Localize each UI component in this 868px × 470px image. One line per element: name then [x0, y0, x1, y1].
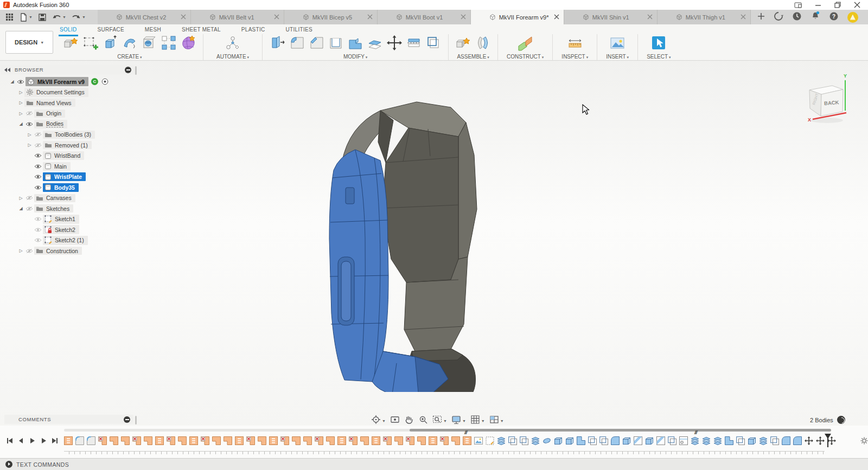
visibility-toggle[interactable]	[24, 195, 34, 201]
collapse-arrow-icon[interactable]: ▷	[17, 248, 24, 253]
timeline-feature-pattern[interactable]	[372, 436, 380, 445]
timeline-feature-delete[interactable]	[98, 436, 107, 445]
assemble-component-button[interactable]	[454, 35, 473, 53]
timeline-feature-combine[interactable]	[725, 436, 733, 445]
timeline-feature-copy[interactable]	[736, 436, 745, 445]
file-menu-button[interactable]: ▼	[19, 13, 33, 22]
automate-button[interactable]	[224, 35, 242, 53]
tree-item-label[interactable]: Sketch2	[55, 227, 75, 233]
play-button[interactable]	[27, 436, 37, 446]
timeline-feature-chamfer[interactable]	[656, 436, 665, 445]
timeline-feature-moveface[interactable]	[224, 436, 232, 445]
timeline-feature-extrude[interactable]	[554, 436, 563, 445]
timeline-feature-copy[interactable]	[599, 436, 608, 445]
visibility-toggle[interactable]	[33, 227, 43, 233]
timeline-feature-moveface[interactable]	[417, 436, 426, 445]
user-avatar[interactable]	[847, 12, 858, 23]
timeline-feature-copy[interactable]	[770, 436, 779, 445]
visibility-toggle[interactable]	[33, 132, 43, 137]
visibility-toggle[interactable]	[33, 237, 43, 243]
timeline-feature-sketch[interactable]	[486, 436, 494, 445]
timeline-feature-extrude[interactable]	[645, 436, 654, 445]
tree-item-label[interactable]: Named Views	[36, 100, 72, 106]
visibility-toggle[interactable]	[33, 185, 43, 190]
open-on-web-icon[interactable]	[794, 2, 802, 9]
pan-button[interactable]	[404, 415, 414, 427]
timeline-feature-moveface[interactable]	[292, 436, 301, 445]
timeline-feature-canvas[interactable]	[474, 436, 483, 445]
timeline-scroll-thumb[interactable]	[410, 429, 831, 432]
go-to-end-button[interactable]	[50, 436, 60, 446]
browser-tree-row[interactable]: Sketch2 (1)	[1, 235, 135, 246]
tree-item-label[interactable]: WristBand	[54, 152, 80, 159]
ribbon-group-label[interactable]: AUTOMATE	[216, 54, 249, 60]
timeline-feature-slice[interactable]	[542, 436, 551, 445]
expand-arrow-icon[interactable]: ◢	[9, 79, 16, 84]
timeline-feature-combine[interactable]	[577, 436, 585, 445]
ribbon-group-label[interactable]: ASSEMBLE	[457, 54, 489, 60]
expand-arrow-icon[interactable]: ◢	[17, 121, 24, 126]
new-component-button[interactable]	[62, 35, 80, 53]
display-settings-button[interactable]: ▼	[451, 415, 466, 427]
visibility-toggle[interactable]	[33, 216, 43, 222]
forearm-model[interactable]	[322, 96, 484, 392]
view-cube[interactable]: RIGHT BACK Y X	[802, 72, 848, 126]
pattern-button[interactable]	[159, 35, 178, 53]
app-grid-icon[interactable]	[5, 13, 14, 21]
timeline-feature-pattern[interactable]	[64, 436, 73, 445]
timeline-feature-pattern[interactable]	[429, 436, 437, 445]
timeline-feature-pattern[interactable]	[463, 436, 471, 445]
collapse-arrow-icon[interactable]: ▷	[17, 100, 24, 105]
timeline-feature-delete[interactable]	[406, 436, 414, 445]
timeline-feature-filletb[interactable]	[793, 436, 802, 445]
visibility-toggle[interactable]	[16, 79, 25, 85]
timeline-ruler[interactable]	[64, 451, 825, 454]
revolve-button[interactable]	[120, 35, 139, 53]
undo-button[interactable]: ▼	[52, 14, 66, 21]
browser-tree-row[interactable]: ▷Document Settings	[1, 87, 135, 98]
activate-component-radio[interactable]	[101, 78, 108, 85]
timeline-feature-split[interactable]	[497, 436, 506, 445]
timeline-feature-fillet[interactable]	[87, 436, 95, 445]
browser-tree-row[interactable]: ▷Removed (1)	[1, 140, 135, 151]
tab-close-icon[interactable]	[274, 14, 279, 21]
browser-tree-row[interactable]: ▷ToolBodies (3)	[1, 130, 135, 140]
timeline-feature-delete[interactable]	[167, 436, 175, 445]
document-tab[interactable]: MkVII Forearm v9*	[471, 10, 564, 24]
timeline-feature-move[interactable]	[805, 436, 813, 445]
timeline-feature-copy[interactable]	[668, 436, 676, 445]
text-commands-label[interactable]: TEXT COMMANDS	[16, 461, 69, 468]
fillet-button[interactable]	[288, 35, 306, 53]
collapse-arrow-icon[interactable]: ▷	[17, 111, 24, 116]
timeline-feature-delete[interactable]	[315, 436, 323, 445]
tree-item-label[interactable]: WristPlate	[54, 173, 82, 180]
timeline-feature-extrude[interactable]	[748, 436, 756, 445]
orbit-caret-icon[interactable]: ▼	[382, 419, 386, 423]
shell-button[interactable]	[327, 35, 345, 53]
timeline-feature-split[interactable]	[702, 436, 711, 445]
timeline-feature-split[interactable]	[531, 436, 540, 445]
tree-item-label[interactable]: Body35	[54, 184, 75, 191]
tree-item-label[interactable]: Removed (1)	[55, 142, 88, 149]
timeline-feature-delete[interactable]	[280, 436, 289, 445]
tree-item-label[interactable]: Origin	[46, 110, 61, 117]
browser-tree-row[interactable]: Sketch2	[1, 224, 135, 235]
tree-item-label[interactable]: Sketches	[46, 205, 69, 212]
create-sketch-button[interactable]	[81, 35, 100, 53]
tree-item-label[interactable]: MkVII Forearm v9	[37, 79, 85, 85]
look-at-button[interactable]	[390, 415, 400, 427]
step-forward-button[interactable]	[39, 436, 48, 446]
tab-close-icon[interactable]	[647, 14, 653, 21]
ribbon-group-label[interactable]: CREATE	[117, 54, 142, 60]
timeline-feature-moveface[interactable]	[451, 436, 460, 445]
ribbon-group-label[interactable]: INSPECT	[561, 54, 588, 60]
timeline-feature-delete[interactable]	[201, 436, 209, 445]
replace-face-button[interactable]	[424, 35, 443, 53]
browser-tree-row[interactable]: Main	[1, 161, 135, 172]
grid-caret-icon[interactable]: ▼	[481, 419, 485, 423]
tree-item-label[interactable]: Sketch1	[55, 216, 75, 222]
close-button[interactable]	[854, 2, 860, 8]
job-status-icon[interactable]	[774, 11, 783, 23]
browser-tree-row[interactable]: ◢Sketches	[1, 203, 135, 214]
create-form-button[interactable]	[179, 35, 197, 53]
